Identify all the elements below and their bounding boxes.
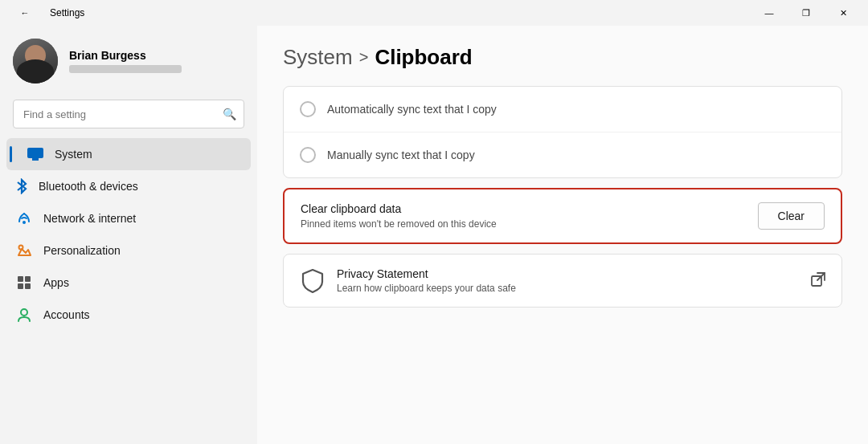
svg-rect-5 [25,276,31,282]
system-icon [27,146,43,162]
sync-option-auto[interactable]: Automatically sync text that I copy [284,87,841,132]
search-input[interactable] [13,100,244,128]
privacy-info: Privacy Statement Learn how clipboard ke… [337,267,516,294]
sidebar-bluetooth-label: Bluetooth & devices [39,180,138,193]
privacy-description: Learn how clipboard keeps your data safe [337,283,516,294]
titlebar: ← Settings — ❐ ✕ [0,0,868,26]
privacy-title: Privacy Statement [337,267,516,280]
clear-clipboard-card: Clear clipboard data Pinned items won't … [283,188,842,244]
sidebar-item-apps[interactable]: Apps [6,267,251,299]
user-section: Brian Burgess [6,26,251,96]
sidebar-network-label: Network & internet [43,212,136,225]
sidebar-item-bluetooth[interactable]: Bluetooth & devices [6,170,251,202]
radio-manual-sync[interactable] [300,147,316,163]
nav-active-bar [10,146,12,162]
avatar-image [13,39,58,84]
main-content: Brian Burgess 🔍 System [0,26,868,444]
sidebar-item-accounts[interactable]: Accounts [6,299,251,331]
minimize-button[interactable]: — [751,0,788,26]
titlebar-left: ← Settings [6,0,84,26]
clear-button[interactable]: Clear [758,202,825,230]
sidebar-item-system[interactable]: System [6,138,251,170]
search-icon: 🔍 [223,108,236,120]
user-email-bar [69,65,182,73]
personalization-icon [16,242,32,259]
titlebar-title: Settings [50,7,84,18]
svg-point-3 [19,246,23,250]
breadcrumb: System > Clipboard [283,45,842,70]
sidebar-personalization-label: Personalization [43,244,121,257]
svg-point-8 [21,309,27,316]
sync-manual-label: Manually sync text that I copy [327,149,475,161]
svg-rect-6 [18,283,23,289]
search-box: 🔍 [13,100,244,128]
shield-icon [300,268,326,294]
accounts-icon [16,307,32,323]
back-button[interactable]: ← [6,0,43,26]
privacy-card[interactable]: Privacy Statement Learn how clipboard ke… [283,254,842,308]
svg-rect-1 [32,158,39,161]
avatar [13,39,58,84]
bluetooth-icon [16,178,27,194]
breadcrumb-current: Clipboard [375,45,472,70]
privacy-left: Privacy Statement Learn how clipboard ke… [300,267,516,294]
svg-rect-0 [27,148,43,158]
svg-point-2 [23,221,26,224]
network-icon [16,210,32,226]
sync-auto-label: Automatically sync text that I copy [327,103,497,116]
svg-rect-7 [25,283,31,289]
sidebar-accounts-label: Accounts [43,308,90,321]
maximize-button[interactable]: ❐ [788,0,825,26]
breadcrumb-system: System [283,45,353,70]
avatar-body [17,59,54,84]
close-button[interactable]: ✕ [825,0,862,26]
sync-options-card: Automatically sync text that I copy Manu… [283,86,842,178]
radio-auto-sync[interactable] [300,101,316,117]
sync-option-manual[interactable]: Manually sync text that I copy [284,132,841,177]
svg-rect-4 [18,276,23,282]
clear-info: Clear clipboard data Pinned items won't … [301,202,497,230]
sidebar-apps-label: Apps [43,276,69,289]
sidebar-system-label: System [55,148,92,161]
clear-description: Pinned items won't be removed on this de… [301,218,497,230]
content-area: System > Clipboard Automatically sync te… [257,26,868,444]
apps-icon [16,275,32,291]
clear-title: Clear clipboard data [301,202,497,215]
external-link-icon [811,272,825,290]
titlebar-controls: — ❐ ✕ [751,0,862,26]
sidebar: Brian Burgess 🔍 System [0,26,257,444]
breadcrumb-separator: > [359,48,369,67]
user-name: Brian Burgess [69,49,182,62]
sidebar-item-personalization[interactable]: Personalization [6,234,251,267]
user-info: Brian Burgess [69,49,182,73]
sidebar-item-network[interactable]: Network & internet [6,202,251,234]
